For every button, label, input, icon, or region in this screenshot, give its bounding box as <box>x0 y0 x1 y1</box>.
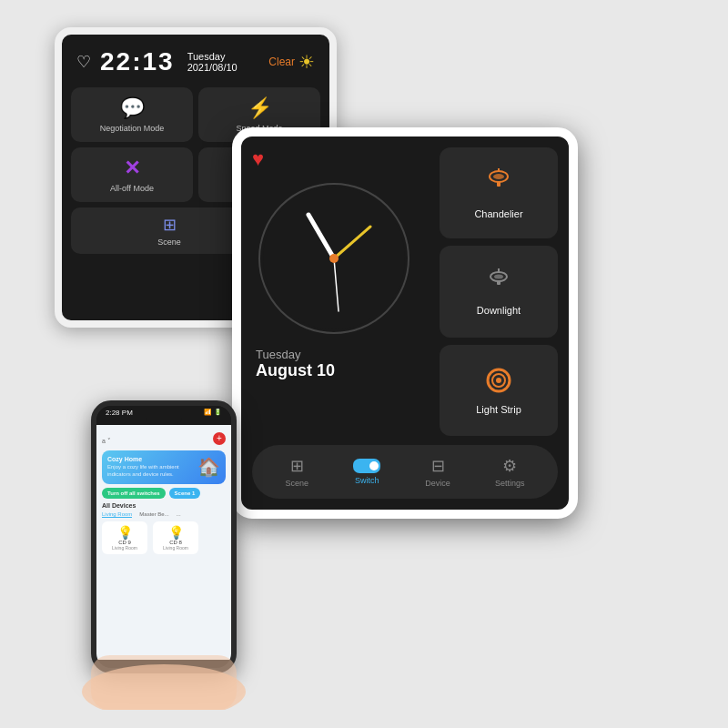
date-col-back: Tuesday 2021/08/10 <box>187 51 238 73</box>
date-full: August 10 <box>256 361 430 380</box>
phone-devices: 💡 CD 9 Living Room 💡 CD 8 Living Room <box>102 521 226 554</box>
nav-device[interactable]: ⊟ Device <box>414 452 461 491</box>
switch-toggle-front[interactable] <box>353 459 380 473</box>
phone-header: a ˅ + <box>102 430 226 447</box>
all-off-label: All-off Mode <box>110 184 154 193</box>
bottom-nav-front: ⊞ Scene Switch ⊟ Device ⚙ Settings <box>252 445 558 499</box>
phone-quick-btns: Turn off all switches Scene 1 <box>102 488 226 499</box>
chandelier-btn[interactable]: Chandelier <box>440 147 558 238</box>
phone-status-icons: 📶 🔋 <box>204 409 222 417</box>
day-text-back: Tuesday <box>187 51 238 62</box>
weather-section: Clear ☀ <box>268 51 315 73</box>
phone-tab-more[interactable]: ... <box>177 511 181 518</box>
date-section: Tuesday August 10 <box>252 348 430 380</box>
speed-icon: ⚡ <box>248 96 272 120</box>
right-section: Chandelier Downlight <box>440 147 558 436</box>
scene-icon-back: ⊞ <box>163 215 177 235</box>
phone-nav-back: a ˅ <box>102 430 111 447</box>
downlight-btn[interactable]: Downlight <box>440 246 558 337</box>
phone-device-cd8[interactable]: 💡 CD 8 Living Room <box>153 521 198 554</box>
phone-banner-icon: 🏠 <box>197 456 220 478</box>
clock-svg <box>252 177 416 340</box>
phone-frame: 2:28 PM 📶 🔋 a ˅ + Cozy Home Enjoy a cozy… <box>91 400 237 673</box>
svg-rect-12 <box>497 280 500 285</box>
svg-rect-8 <box>497 181 500 187</box>
svg-point-11 <box>494 275 503 279</box>
heart-icon-back: ♡ <box>76 52 91 72</box>
scene-nav-label: Scene <box>286 479 309 488</box>
negotiation-mode-btn[interactable]: 💬 Negotiation Mode <box>71 87 193 142</box>
phone-tab-living[interactable]: Living Room <box>102 511 132 518</box>
phone-screen: a ˅ + Cozy Home Enjoy a cozy life with a… <box>96 425 231 660</box>
nav-switch[interactable]: Switch <box>342 455 391 489</box>
switch-nav-label: Switch <box>355 476 379 485</box>
phone-time: 2:28 PM <box>106 409 133 417</box>
phone-device-cd8-icon: 💡 <box>157 525 195 540</box>
nav-scene[interactable]: ⊞ Scene <box>275 452 320 491</box>
phone-tabs: Living Room Master Be... ... <box>102 511 226 518</box>
chandelier-label: Chandelier <box>474 208 522 219</box>
downlight-label: Downlight <box>477 305 521 316</box>
front-panel: ♥ <box>232 127 578 519</box>
phone-notch <box>146 418 182 425</box>
phone-device-cd9-room: Living Room <box>106 545 144 551</box>
time-display-back: 22:13 <box>100 47 175 76</box>
device-nav-label: Device <box>425 479 450 488</box>
settings-nav-label: Settings <box>495 479 525 488</box>
turn-off-all-btn[interactable]: Turn off all switches <box>102 488 166 499</box>
settings-nav-icon: ⚙ <box>502 456 517 476</box>
heart-icon-front: ♥ <box>252 147 264 170</box>
date-day: Tuesday <box>256 348 430 361</box>
scene-label-back: Scene <box>157 238 181 247</box>
clock-container <box>252 177 416 340</box>
phone-device-cd9[interactable]: 💡 CD 9 Living Room <box>102 521 147 554</box>
phone-device-cd8-room: Living Room <box>157 545 195 551</box>
heart-row: ♥ <box>252 147 430 171</box>
sun-icon: ☀ <box>298 51 315 73</box>
svg-point-5 <box>329 254 339 263</box>
device-nav-icon: ⊟ <box>431 456 445 476</box>
phone-container: 2:28 PM 📶 🔋 a ˅ + Cozy Home Enjoy a cozy… <box>91 400 237 673</box>
negotiation-label: Negotiation Mode <box>100 124 165 133</box>
weather-label: Clear <box>268 56 295 68</box>
phone-banner: Cozy Home Enjoy a cozy life with ambient… <box>102 450 226 484</box>
date-text-back: 2021/08/10 <box>187 62 238 73</box>
all-off-mode-btn[interactable]: ✕ All-off Mode <box>71 147 193 202</box>
svg-point-16 <box>496 378 501 383</box>
all-off-icon: ✕ <box>124 157 140 180</box>
phone-banner-text: Cozy Home Enjoy a cozy life with ambient… <box>107 456 194 479</box>
phone-section-title: All Devices <box>102 502 226 509</box>
downlight-icon <box>484 267 513 299</box>
nav-settings[interactable]: ⚙ Settings <box>484 452 536 491</box>
back-panel-topbar: ♡ 22:13 Tuesday 2021/08/10 Clear ☀ <box>71 44 320 80</box>
phone-banner-title: Cozy Home <box>107 456 194 462</box>
light-strip-label: Light Strip <box>476 404 521 415</box>
phone-add-btn[interactable]: + <box>213 432 226 445</box>
negotiation-icon: 💬 <box>120 96 145 120</box>
left-section: ♥ <box>252 147 430 436</box>
phone-banner-desc: Enjoy a cozy life with ambient indicator… <box>107 464 194 479</box>
phone-device-cd9-icon: 💡 <box>106 525 144 540</box>
scene1-btn[interactable]: Scene 1 <box>169 488 201 499</box>
phone-tab-master[interactable]: Master Be... <box>139 511 168 518</box>
light-strip-icon <box>484 366 513 399</box>
chandelier-icon <box>484 167 513 203</box>
front-content: ♥ <box>252 147 558 436</box>
svg-point-7 <box>493 174 504 179</box>
light-strip-btn[interactable]: Light Strip <box>440 345 558 436</box>
scene-nav-icon: ⊞ <box>290 456 304 476</box>
